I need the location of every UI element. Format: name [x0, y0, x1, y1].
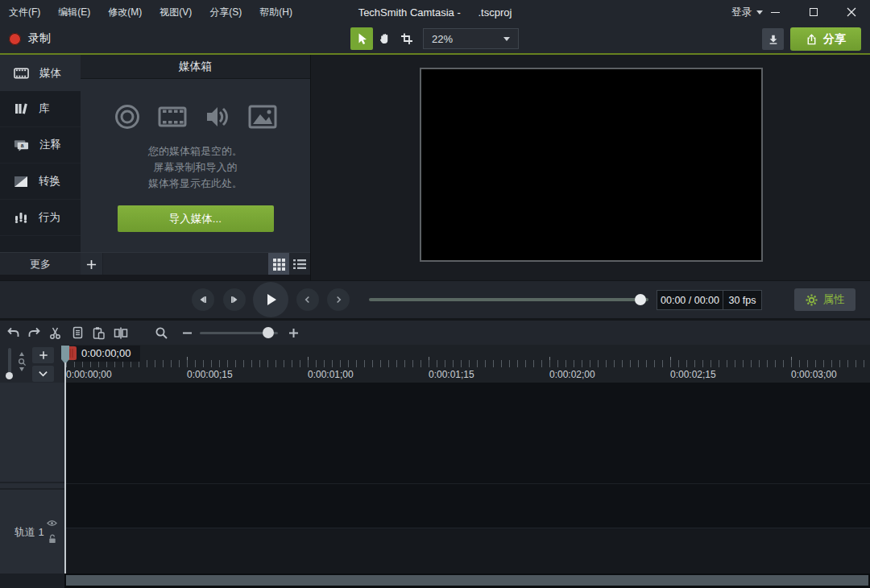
sidebar-item-annotations[interactable]: a 注释: [0, 127, 81, 164]
horizontal-scrollbar[interactable]: [66, 575, 868, 586]
timeline-zoom-button[interactable]: [151, 323, 171, 342]
crop-tool-button[interactable]: [396, 27, 418, 50]
menu-edit[interactable]: 编辑(E): [49, 0, 99, 24]
sidebar-item-label: 注释: [39, 138, 61, 152]
gutter-divider: [0, 482, 64, 483]
empty-message-line: 媒体将显示在此处。: [81, 176, 310, 192]
ruler-label: 0:00:02;00: [549, 369, 595, 380]
grid-view-button[interactable]: [268, 253, 289, 275]
track-header[interactable]: 轨道 1: [0, 490, 64, 574]
zoom-out-button[interactable]: [177, 323, 197, 342]
menu-share[interactable]: 分享(S): [201, 0, 251, 24]
zoom-in-button[interactable]: [284, 323, 303, 342]
step-forward-button[interactable]: [223, 288, 246, 311]
playhead-time-label: 0:00:00;00: [74, 346, 140, 362]
paste-button[interactable]: [89, 323, 108, 342]
record-circle-icon: [114, 103, 141, 130]
time-value: 00:00 / 00:00: [661, 295, 719, 306]
ruler-label: 0:00:03;00: [791, 369, 837, 380]
select-tool-button[interactable]: [350, 27, 373, 50]
sidebar-item-label: 转换: [39, 174, 60, 188]
list-view-icon: [293, 259, 306, 270]
menu-help[interactable]: 帮助(H): [251, 0, 301, 24]
redo-icon: [27, 326, 41, 339]
next-clip-button[interactable]: [327, 288, 350, 311]
maximize-button[interactable]: [794, 0, 832, 24]
grid-view-icon: [273, 259, 285, 271]
minus-icon: [182, 328, 193, 338]
record-icon: [9, 33, 21, 45]
scrollbar-gutter: [64, 574, 870, 588]
menu-modify[interactable]: 修改(M): [99, 0, 151, 24]
share-icon: [806, 33, 818, 46]
menu-file[interactable]: 文件(F): [0, 0, 49, 24]
view-mode-toggle: [268, 253, 310, 275]
playhead-line[interactable]: [64, 362, 66, 574]
undo-button[interactable]: [3, 323, 23, 342]
copy-icon: [71, 326, 85, 340]
cut-button[interactable]: [45, 323, 64, 342]
preview-canvas[interactable]: [420, 68, 763, 262]
close-icon: [847, 7, 856, 17]
import-media-button[interactable]: 导入媒体...: [118, 205, 274, 232]
track-height-knob[interactable]: [6, 372, 13, 379]
download-button[interactable]: [762, 28, 784, 50]
ruler-label: 0:00:01;00: [308, 369, 354, 380]
chevron-down-icon: [38, 370, 48, 378]
split-button[interactable]: [111, 323, 130, 342]
scrubber-knob[interactable]: [635, 294, 646, 305]
play-icon: [263, 292, 279, 308]
minimize-button[interactable]: [756, 0, 794, 24]
zoom-out-arrow-icon[interactable]: [19, 367, 24, 371]
add-track-button[interactable]: [32, 347, 54, 363]
list-view-button[interactable]: [289, 253, 310, 275]
close-button[interactable]: [832, 0, 870, 24]
ruler-label: 0:00:00;00: [66, 369, 112, 380]
window-controls: [756, 0, 870, 24]
chevron-down-icon: [503, 37, 510, 41]
chevron-right-icon: [333, 294, 344, 305]
fps-value: 30 fps: [728, 295, 756, 306]
film-icon: [158, 103, 187, 130]
eye-icon[interactable]: [47, 520, 57, 527]
timeline-ruler[interactable]: 0:00:00;00 0:00:00;15 0:00:01;00 0:00:01…: [64, 345, 870, 383]
annotations-icon: a: [14, 139, 29, 151]
properties-label: 属性: [823, 292, 845, 307]
add-media-button[interactable]: [81, 253, 103, 275]
play-button[interactable]: [253, 282, 288, 317]
timeline-zoom-knob[interactable]: [263, 327, 274, 338]
sidebar-item-media[interactable]: 媒体: [0, 55, 81, 91]
sidebar-item-library[interactable]: 库: [0, 91, 81, 127]
media-bin-empty-message: 您的媒体箱是空的。 屏幕录制和导入的 媒体将显示在此处。: [81, 143, 310, 192]
svg-text:a: a: [21, 143, 24, 148]
sidebar-item-label: 库: [39, 101, 50, 116]
undo-icon: [6, 326, 20, 339]
redo-button[interactable]: [24, 323, 44, 342]
record-button[interactable]: 录制: [9, 31, 51, 46]
sidebar-item-transitions[interactable]: 转换: [0, 164, 81, 200]
scrubber-slider[interactable]: [369, 298, 648, 301]
more-label: 更多: [30, 257, 51, 271]
share-button[interactable]: 分享: [790, 27, 861, 51]
collapse-tracks-button[interactable]: [32, 366, 54, 382]
lock-icon[interactable]: [48, 534, 56, 544]
previous-clip-button[interactable]: [296, 288, 319, 311]
zoom-in-arrow-icon[interactable]: [19, 352, 24, 356]
properties-button[interactable]: 属性: [794, 288, 856, 311]
pan-tool-button[interactable]: [373, 27, 396, 50]
step-backward-icon: [197, 294, 209, 305]
plus-icon: [288, 328, 299, 338]
menu-view[interactable]: 视图(V): [151, 0, 201, 24]
step-backward-button[interactable]: [192, 288, 214, 311]
sidebar-item-label: 行为: [39, 210, 60, 225]
ruler-minor-ticks: [66, 360, 868, 367]
sidebar-item-behaviors[interactable]: 行为: [0, 200, 81, 236]
track-1-lane[interactable]: [64, 528, 870, 574]
import-media-label: 导入媒体...: [169, 212, 222, 226]
sidebar-more-button[interactable]: 更多: [0, 252, 81, 275]
canvas-zoom-dropdown[interactable]: 22%: [423, 28, 519, 49]
canvas-zoom-value: 22%: [432, 33, 453, 45]
track-name: 轨道 1: [14, 509, 44, 555]
step-forward-icon: [229, 294, 240, 305]
copy-button[interactable]: [68, 323, 87, 342]
